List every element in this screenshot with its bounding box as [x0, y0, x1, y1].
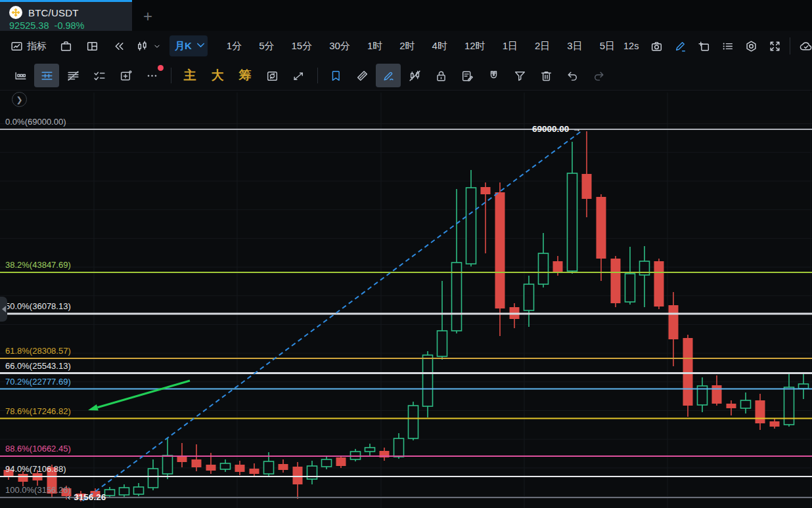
interval-btn-3d[interactable]: 3日: [558, 40, 591, 53]
symbol-tab[interactable]: BTC/USDT 92525.38 -0.98%: [0, 0, 132, 31]
pencil-icon: [673, 39, 687, 53]
chevron-left-icon: [2, 306, 6, 312]
edit-button[interactable]: [673, 39, 687, 53]
chevron-down-icon: [194, 38, 202, 54]
binance-logo-icon: [9, 6, 22, 19]
fib-level-label-78.6: 78.6%(17246.82): [5, 406, 71, 416]
fullscreen-icon: [767, 39, 782, 53]
tab-price: 92525.38: [9, 20, 49, 31]
interval-btn-5m[interactable]: 5分: [250, 40, 282, 53]
filter-funnel-icon[interactable]: [507, 64, 532, 87]
interval-btn-30m[interactable]: 30分: [321, 40, 359, 53]
trend-arrow-icon[interactable]: [286, 64, 311, 87]
camera-icon: [649, 39, 664, 53]
interval-btn-12h[interactable]: 12时: [456, 40, 494, 53]
fib-level-label-61.8: 61.8%(28308.57): [5, 346, 71, 356]
bar-measure-icon[interactable]: [8, 64, 33, 87]
briefcase-icon: [58, 39, 73, 53]
trading-app: { "tab": { "symbol": "BTC/USDT", "price"…: [0, 0, 812, 508]
interval-btn-2d[interactable]: 2日: [526, 40, 558, 53]
magnet-icon[interactable]: [481, 64, 506, 87]
chart-settings-menu-button[interactable]: [720, 39, 734, 53]
indicator-chart-icon: [9, 39, 24, 53]
undo-icon[interactable]: [560, 64, 585, 87]
interval-btn-5d[interactable]: 5日: [591, 40, 623, 53]
selected-interval-label: 月K: [175, 40, 192, 53]
interval-btn-1d[interactable]: 1日: [494, 40, 526, 53]
redo-icon[interactable]: [586, 64, 611, 87]
toolbar-divider: [790, 37, 790, 54]
screenshot-button[interactable]: [649, 39, 664, 53]
interval-btn-1h[interactable]: 1时: [359, 40, 391, 53]
gear-icon: [744, 39, 758, 53]
interval-dropdown[interactable]: 月K: [169, 35, 208, 56]
fib-level-label-0: 0.0%(69000.00): [5, 117, 66, 127]
fib-level-label-100: 100.0%(3156.26): [5, 485, 71, 495]
replay-button[interactable]: [111, 39, 125, 53]
fib-level-label-50: 50.0%(36078.13): [5, 301, 71, 311]
trash-icon[interactable]: [533, 64, 558, 87]
tab-bar: BTC/USDT 92525.38 -0.98% +: [0, 0, 812, 31]
low-price-text: 3156.26: [74, 492, 106, 502]
main-chart-button[interactable]: 主: [177, 64, 203, 87]
cloud-save-button[interactable]: 未命名: [798, 39, 812, 53]
candles-hide-icon[interactable]: [402, 64, 427, 87]
cloud-check-icon: [798, 39, 812, 53]
add-window-button[interactable]: [696, 39, 711, 53]
cycle-edit-icon[interactable]: [259, 64, 284, 87]
ruler-icon[interactable]: [350, 64, 374, 87]
trend-lines-icon[interactable]: [60, 64, 85, 87]
brush-icon[interactable]: [376, 64, 401, 87]
large-chart-button[interactable]: 大: [204, 64, 231, 87]
fib-level-label-38.2: 38.2%(43847.69): [5, 260, 71, 270]
high-price-text: 69000.00: [532, 124, 569, 134]
interval-btn-15m[interactable]: 15分: [283, 40, 321, 53]
layout-grid-icon: [85, 39, 99, 53]
fib-level-label-88.6: 88.6%(10662.45): [5, 444, 71, 454]
new-tab-button[interactable]: +: [143, 7, 152, 26]
compare-button[interactable]: [58, 39, 73, 53]
note-edit-icon[interactable]: [455, 64, 480, 87]
tab-change: -0.98%: [55, 20, 85, 31]
tab-symbol: BTC/USDT: [28, 7, 79, 18]
fib-level-label-66: 66.0%(25543.13): [5, 361, 71, 371]
fib-level-label-70.2: 70.2%(22777.69): [5, 377, 71, 387]
bar-countdown: 12s: [623, 41, 639, 51]
indicators-button[interactable]: 指标: [9, 39, 47, 53]
chips-chart-button[interactable]: 筹: [232, 64, 258, 87]
lock-icon[interactable]: [428, 64, 453, 87]
arrow-left-icon: ‹: [68, 492, 70, 502]
trend-high-label: 69000.00→: [532, 124, 581, 134]
fullscreen-button[interactable]: [767, 39, 782, 53]
left-panel-handle[interactable]: [0, 297, 7, 322]
interval-list: 1分5分15分30分1时2时4时12时1日2日3日5日: [218, 40, 623, 53]
fib-retracement-icon[interactable]: [34, 64, 59, 87]
interval-btn-2h[interactable]: 2时: [391, 40, 423, 53]
drawing-panel-expand-icon[interactable]: ❯: [12, 92, 27, 107]
interval-btn-1m[interactable]: 1分: [218, 40, 250, 53]
fib-level-label-94: 94.0%(7106.88): [5, 464, 66, 474]
indicators-label: 指标: [27, 40, 47, 53]
bookmark-icon[interactable]: [323, 64, 348, 87]
chevron-down-icon: [152, 39, 162, 53]
layout-button[interactable]: [85, 39, 99, 53]
add-window-icon: [696, 39, 711, 53]
toolbar-divider: [317, 68, 318, 83]
interval-btn-4h[interactable]: 4时: [424, 40, 456, 53]
candle-style-dropdown[interactable]: [135, 39, 162, 53]
pattern-check-icon[interactable]: [87, 64, 112, 87]
candlestick-icon: [135, 39, 149, 53]
settings-button[interactable]: [744, 39, 758, 53]
arrow-right-icon: →: [572, 124, 581, 134]
menu-lines-icon: [720, 39, 734, 53]
rewind-icon: [111, 39, 125, 53]
toolbar-divider: [171, 68, 171, 83]
more-dots-icon[interactable]: [139, 64, 164, 87]
drawing-toolbar: 主大筹: [0, 61, 812, 91]
trend-low-label: ‹3156.26: [68, 492, 106, 502]
shape-plus-icon[interactable]: [113, 64, 138, 87]
main-toolbar: 指标 月K 1分5分15分30分1时2时4时12时1日2日3日5日 12s: [0, 31, 812, 61]
tab-price-row: 92525.38 -0.98%: [9, 20, 85, 31]
notification-badge: [158, 65, 164, 71]
